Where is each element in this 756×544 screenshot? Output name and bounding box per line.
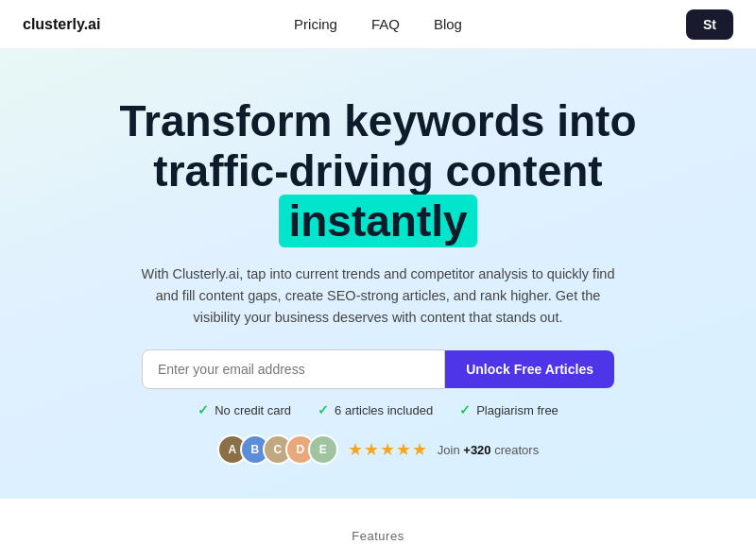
- hero-title-line1: Transform keywords into: [119, 96, 636, 145]
- hero-title-highlight: instantly: [279, 195, 476, 247]
- avatars: A B C D E: [217, 434, 338, 465]
- badge-plagiarism: ✓ Plagiarism free: [459, 402, 558, 417]
- nav-link-pricing[interactable]: Pricing: [294, 16, 337, 32]
- star-icons: ★★★★★: [348, 440, 428, 459]
- logo: clusterly.ai: [23, 16, 100, 33]
- social-text: Join +320 creators: [438, 443, 539, 457]
- features-section: Features Why Clusterly?: [0, 499, 756, 544]
- join-label: Join: [438, 443, 460, 457]
- hero-form: Unlock Free Articles: [142, 349, 614, 389]
- check-icon-1: ✓: [198, 402, 209, 417]
- nav-signup-button[interactable]: St: [686, 9, 733, 40]
- social-proof: A B C D E ★★★★★ Join +320 creators: [38, 434, 718, 465]
- hero-title: Transform keywords into traffic-driving …: [85, 96, 671, 246]
- unlock-button[interactable]: Unlock Free Articles: [445, 350, 614, 388]
- nav-link-faq[interactable]: FAQ: [371, 16, 400, 32]
- creator-count: +320: [463, 443, 490, 457]
- badge-label-1: No credit card: [215, 403, 291, 417]
- creator-label: creators: [494, 443, 539, 457]
- hero-badges: ✓ No credit card ✓ 6 articles included ✓…: [38, 402, 718, 417]
- nav-links: Pricing FAQ Blog: [294, 16, 462, 32]
- nav-link-blog[interactable]: Blog: [434, 16, 462, 32]
- avatar-5: E: [308, 434, 338, 465]
- badge-no-credit-card: ✓ No credit card: [198, 402, 291, 417]
- hero-title-line2: traffic-driving content: [153, 146, 602, 196]
- navbar: clusterly.ai Pricing FAQ Blog St: [0, 0, 756, 49]
- email-input[interactable]: [142, 349, 445, 389]
- badge-articles: ✓ 6 articles included: [318, 402, 433, 417]
- badge-label-3: Plagiarism free: [476, 403, 558, 417]
- features-label: Features: [38, 529, 718, 543]
- check-icon-3: ✓: [459, 402, 471, 417]
- hero-section: Transform keywords into traffic-driving …: [0, 49, 756, 499]
- stars-rating: ★★★★★: [348, 439, 428, 460]
- hero-subtitle: With Clusterly.ai, tap into current tren…: [132, 264, 624, 330]
- badge-label-2: 6 articles included: [335, 403, 433, 417]
- check-icon-2: ✓: [318, 402, 329, 417]
